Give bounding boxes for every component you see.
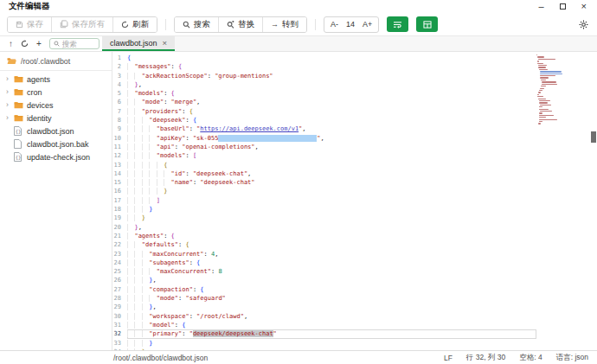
code-area[interactable]: 1{2 "messages": {3 "ackReactionScope": "…	[112, 54, 536, 350]
tree-folder-cron[interactable]: ›cron	[0, 86, 112, 99]
code-line-30[interactable]: 30 "workspace": "/root/clawd",	[112, 312, 536, 321]
tab-close-icon[interactable]: ×	[163, 38, 168, 48]
line-number: 13	[112, 161, 127, 169]
tree-file-update-check.json[interactable]: {}update-check.json	[0, 150, 112, 163]
line-number: 9	[112, 125, 127, 133]
tree-folder-devices[interactable]: ›devices	[0, 99, 112, 112]
line-number: 24	[112, 259, 127, 267]
code-line-3[interactable]: 3 "ackReactionScope": "group-mentions"	[112, 72, 536, 80]
status-cursor-position[interactable]: 行 32, 列 30	[466, 353, 505, 363]
code-line-31[interactable]: 31 "model": {	[112, 321, 536, 329]
status-eol[interactable]: LF	[444, 354, 453, 362]
new-file-button[interactable]: +	[36, 40, 42, 48]
line-content: "deepseek": {	[127, 116, 536, 125]
code-line-28[interactable]: 28 "mode": "safeguard"	[112, 294, 536, 303]
code-line-7[interactable]: 7 "providers": {	[112, 107, 536, 116]
file-search-input[interactable]	[62, 40, 95, 48]
code-line-8[interactable]: 8 "deepseek": {	[112, 116, 536, 125]
chevron-right-icon[interactable]: ›	[6, 114, 14, 122]
line-content: "maxConcurrent": 8	[127, 267, 536, 276]
line-number: 31	[112, 321, 127, 329]
up-directory-button[interactable]: ↑	[9, 40, 13, 48]
grid-icon	[423, 21, 432, 29]
code-line-13[interactable]: 13 {	[112, 161, 536, 169]
code-line-23[interactable]: 23 "maxConcurrent": 4,	[112, 250, 536, 259]
search-button[interactable]: 搜索	[175, 17, 218, 32]
wrap-lines-button[interactable]	[387, 16, 408, 32]
close-button[interactable]: ×	[581, 2, 587, 11]
minimize-button[interactable]: –	[538, 2, 543, 11]
line-number: 16	[112, 187, 127, 195]
tree-folder-identity[interactable]: ›identity	[0, 112, 112, 125]
code-line-14[interactable]: 14 "id": "deepseek-chat",	[112, 169, 536, 178]
code-line-20[interactable]: 20 },	[112, 223, 536, 232]
goto-button[interactable]: → 转到	[262, 17, 306, 32]
code-line-10[interactable]: 10 "apiKey": "sk-055 ",	[112, 134, 536, 143]
code-line-27[interactable]: 27 "compaction": {	[112, 285, 536, 294]
scrollbar-thumb[interactable]	[591, 131, 596, 143]
line-number: 27	[112, 285, 127, 294]
font-decrease-button[interactable]: A-	[324, 20, 344, 29]
svg-text:{}: {}	[16, 129, 22, 134]
tree-folder-agents[interactable]: ›agents	[0, 73, 112, 86]
save-all-button[interactable]: 保存所有	[51, 17, 112, 32]
code-line-21[interactable]: 21 "agents": {	[112, 232, 536, 240]
code-line-11[interactable]: 11 "api": "openai-completions",	[112, 143, 536, 151]
save-button[interactable]: 保存	[8, 17, 51, 32]
open-folder-icon	[7, 57, 16, 65]
status-bar: /root/.clawdbot/clawdbot.json LF 行 32, 列…	[0, 350, 597, 364]
tree-file-clawdbot.json[interactable]: {}clawdbot.json	[0, 125, 112, 137]
line-number: 3	[112, 72, 127, 80]
code-line-24[interactable]: 24 "subagents": {	[112, 259, 536, 267]
replace-button[interactable]: 替换	[218, 17, 262, 32]
line-number: 19	[112, 214, 127, 222]
chevron-right-icon[interactable]: ›	[6, 101, 14, 109]
minimap[interactable]	[536, 54, 561, 350]
code-line-5[interactable]: 5 "models": {	[112, 89, 536, 98]
line-number: 12	[112, 151, 127, 160]
line-number: 10	[112, 134, 127, 143]
font-increase-button[interactable]: A+	[356, 20, 378, 29]
file-search-box	[49, 38, 100, 49]
tree-file-clawdbot.json.bak[interactable]: clawdbot.json.bak	[0, 137, 112, 150]
refresh-button[interactable]: 刷新	[112, 17, 157, 32]
overview-ruler[interactable]	[585, 54, 597, 350]
code-line-22[interactable]: 22 "defaults": {	[112, 240, 536, 249]
maximize-button[interactable]	[560, 3, 566, 10]
code-line-29[interactable]: 29 },	[112, 303, 536, 311]
code-line-12[interactable]: 12 "models": [	[112, 151, 536, 160]
tree-refresh-button[interactable]	[21, 40, 29, 48]
line-number: 26	[112, 276, 127, 284]
code-line-18[interactable]: 18 }	[112, 205, 536, 214]
line-content: "agents": {	[127, 232, 536, 240]
settings-button[interactable]	[579, 20, 588, 29]
code-line-9[interactable]: 9 "baseUrl": "https://api.deepseek.com/v…	[112, 125, 536, 133]
tab-clawdbot-json[interactable]: clawdbot.json ×	[102, 36, 175, 51]
code-line-33[interactable]: 33 }	[112, 339, 536, 348]
code-line-4[interactable]: 4 },	[112, 80, 536, 89]
status-indentation[interactable]: 空格: 4	[519, 353, 542, 363]
code-line-19[interactable]: 19 }	[112, 214, 536, 222]
code-line-16[interactable]: 16 }	[112, 187, 536, 195]
code-line-6[interactable]: 6 "mode": "merge",	[112, 98, 536, 106]
code-line-32[interactable]: 32 "primary": "deepseek/deepseek-chat"	[112, 329, 536, 338]
line-content: {	[127, 54, 536, 62]
code-line-2[interactable]: 2 "messages": {	[112, 62, 536, 71]
code-line-34[interactable]: 34 }	[112, 348, 536, 350]
save-icon	[16, 21, 23, 29]
code-line-15[interactable]: 15 "name": "deepseek-chat"	[112, 178, 536, 187]
code-line-26[interactable]: 26 },	[112, 276, 536, 284]
line-number: 1	[112, 54, 127, 62]
code-line-17[interactable]: 17 ]	[112, 196, 536, 205]
status-language[interactable]: 语言: json	[556, 353, 588, 363]
goto-arrow-icon: →	[271, 20, 279, 29]
line-number: 14	[112, 169, 127, 178]
tree-root[interactable]: /root/.clawdbot	[0, 54, 112, 67]
chevron-right-icon[interactable]: ›	[6, 88, 14, 96]
format-json-button[interactable]	[416, 16, 438, 32]
code-line-25[interactable]: 25 "maxConcurrent": 8	[112, 267, 536, 276]
line-number: 29	[112, 303, 127, 311]
code-line-1[interactable]: 1{	[112, 54, 536, 62]
chevron-right-icon[interactable]: ›	[6, 75, 14, 83]
file-icon	[14, 139, 27, 149]
